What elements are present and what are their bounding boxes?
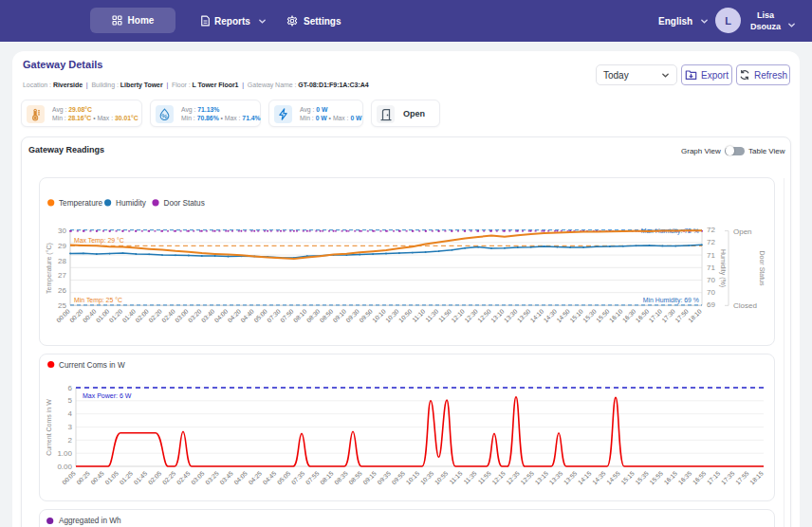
svg-text:15:50: 15:50 (595, 308, 611, 324)
svg-text:13:55: 13:55 (563, 470, 579, 486)
svg-text:12:55: 12:55 (519, 470, 535, 486)
svg-text:14:50: 14:50 (555, 308, 571, 324)
svg-text:12:30: 12:30 (463, 308, 479, 324)
svg-text:Max Power: 6 W: Max Power: 6 W (83, 392, 132, 399)
svg-text:16:30: 16:30 (621, 308, 637, 324)
svg-text:14:35: 14:35 (591, 470, 607, 486)
svg-text:09:55: 09:55 (390, 470, 406, 486)
svg-text:11:55: 11:55 (476, 470, 492, 486)
svg-text:10:10: 10:10 (371, 308, 387, 324)
svg-text:10:35: 10:35 (419, 470, 435, 486)
svg-text:0.00: 0.00 (57, 463, 72, 471)
svg-text:16:35: 16:35 (677, 470, 693, 486)
svg-text:12:10: 12:10 (450, 308, 466, 324)
svg-text:11:35: 11:35 (462, 470, 478, 486)
svg-text:07:35: 07:35 (290, 470, 306, 486)
svg-text:04:40: 04:40 (239, 308, 255, 324)
svg-text:04:20: 04:20 (226, 308, 242, 324)
svg-text:71: 71 (707, 264, 715, 272)
svg-text:10:55: 10:55 (434, 470, 450, 486)
svg-text:14:10: 14:10 (529, 308, 545, 324)
svg-text:Humidity (%): Humidity (%) (719, 249, 727, 287)
svg-text:17:35: 17:35 (720, 470, 736, 486)
svg-text:Temperature: Temperature (59, 199, 102, 208)
svg-text:04:25: 04:25 (247, 470, 263, 486)
svg-text:03:25: 03:25 (204, 470, 220, 486)
svg-text:08:35: 08:35 (333, 470, 349, 486)
svg-text:07:50: 07:50 (279, 308, 295, 324)
svg-text:3: 3 (68, 423, 73, 431)
svg-text:18:10: 18:10 (687, 308, 703, 324)
svg-text:00:00: 00:00 (55, 308, 71, 324)
svg-text:12:50: 12:50 (476, 308, 492, 324)
svg-text:12:15: 12:15 (490, 470, 507, 486)
svg-text:Open: Open (733, 227, 752, 236)
svg-text:Current Coms in W: Current Coms in W (59, 361, 125, 370)
svg-text:11:30: 11:30 (424, 308, 440, 324)
svg-text:08:30: 08:30 (305, 308, 322, 324)
svg-text:00:05: 00:05 (61, 470, 77, 486)
svg-text:14:15: 14:15 (577, 470, 593, 486)
svg-text:14:30: 14:30 (542, 308, 558, 324)
svg-text:08:55: 08:55 (347, 470, 363, 486)
svg-text:09:15: 09:15 (361, 470, 378, 486)
svg-text:Min Temp: 25 °C: Min Temp: 25 °C (74, 297, 122, 304)
svg-text:11:50: 11:50 (437, 308, 453, 324)
svg-text:16:15: 16:15 (662, 470, 678, 486)
svg-text:01:20: 01:20 (108, 308, 124, 324)
svg-text:17:30: 17:30 (660, 308, 676, 324)
svg-text:02:25: 02:25 (161, 470, 177, 486)
svg-text:13:35: 13:35 (548, 470, 564, 486)
svg-text:71: 71 (707, 251, 715, 260)
svg-text:13:10: 13:10 (489, 308, 506, 324)
svg-text:11:10: 11:10 (411, 308, 427, 324)
svg-text:16:55: 16:55 (692, 470, 708, 486)
svg-text:00:40: 00:40 (82, 308, 98, 324)
svg-text:01:25: 01:25 (118, 470, 134, 486)
svg-text:08:15: 08:15 (319, 470, 335, 486)
svg-text:16:10: 16:10 (608, 308, 624, 324)
svg-text:26: 26 (58, 286, 66, 295)
svg-text:09:35: 09:35 (376, 470, 392, 486)
svg-text:13:30: 13:30 (503, 308, 519, 324)
svg-text:07:55: 07:55 (304, 470, 321, 486)
svg-text:01:05: 01:05 (103, 470, 120, 486)
svg-text:15:30: 15:30 (581, 308, 598, 324)
svg-text:03:20: 03:20 (187, 308, 203, 324)
svg-text:Door Status: Door Status (164, 199, 205, 208)
svg-text:07:30: 07:30 (266, 308, 282, 324)
svg-text:09:10: 09:10 (331, 308, 347, 324)
svg-text:13:15: 13:15 (533, 470, 549, 486)
svg-text:02:40: 02:40 (160, 308, 176, 324)
svg-text:01:40: 01:40 (120, 308, 137, 324)
svg-text:02:45: 02:45 (175, 470, 192, 486)
svg-text:5: 5 (68, 396, 73, 405)
svg-text:09:50: 09:50 (358, 308, 374, 324)
svg-text:03:40: 03:40 (200, 308, 216, 324)
svg-text:02:20: 02:20 (147, 308, 163, 324)
svg-text:18:15: 18:15 (748, 470, 765, 486)
svg-text:11:15: 11:15 (448, 470, 464, 486)
svg-text:6: 6 (68, 384, 73, 392)
svg-text:03:05: 03:05 (190, 470, 206, 486)
svg-text:15:10: 15:10 (568, 308, 584, 324)
svg-text:10:50: 10:50 (397, 308, 414, 324)
svg-text:02:00: 02:00 (134, 308, 150, 324)
svg-text:14:55: 14:55 (605, 470, 621, 486)
svg-text:08:50: 08:50 (319, 308, 335, 324)
svg-text:08:10: 08:10 (292, 308, 308, 324)
svg-text:Temperature (°C): Temperature (°C) (46, 243, 53, 294)
svg-text:04:00: 04:00 (213, 308, 230, 324)
svg-text:01:45: 01:45 (133, 470, 149, 486)
svg-text:02:05: 02:05 (147, 470, 163, 486)
svg-text:70: 70 (707, 276, 715, 284)
svg-text:72: 72 (707, 238, 715, 246)
svg-text:Humidity: Humidity (116, 199, 147, 208)
svg-text:05:05: 05:05 (276, 470, 292, 486)
svg-text:1.00: 1.00 (57, 449, 72, 458)
svg-text:29: 29 (58, 242, 66, 250)
svg-text:12:35: 12:35 (505, 470, 521, 486)
svg-text:00:45: 00:45 (89, 470, 105, 486)
svg-text:16:50: 16:50 (635, 308, 651, 324)
svg-text:00:20: 00:20 (68, 308, 84, 324)
